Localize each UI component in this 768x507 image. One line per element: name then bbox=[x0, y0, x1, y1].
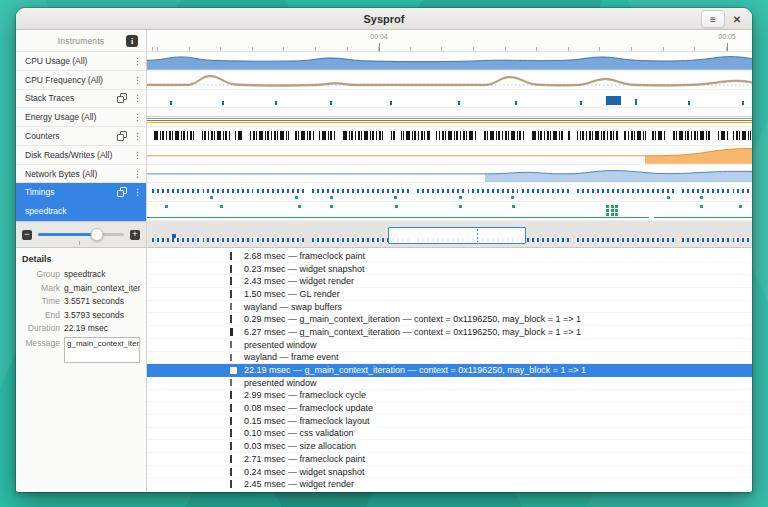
stack-sample-tick bbox=[515, 101, 517, 105]
detail-label: Time bbox=[22, 296, 64, 306]
detail-value: 22.19 msec bbox=[64, 323, 108, 333]
event-row[interactable]: 0.10 msec — css validation bbox=[147, 428, 752, 441]
info-button[interactable]: i bbox=[126, 35, 138, 47]
event-row[interactable]: 22.19 msec — g_main_context_iteration — … bbox=[147, 364, 752, 377]
timings-chart[interactable] bbox=[147, 183, 752, 202]
message-label: Message bbox=[22, 338, 64, 348]
event-list: 2.68 msec — frameclock paint 0.23 msec —… bbox=[147, 248, 752, 491]
event-text: wayland — frame event bbox=[244, 352, 339, 362]
detail-label: Duration bbox=[22, 323, 64, 333]
kebab-menu-icon[interactable]: ⋮ bbox=[133, 56, 141, 66]
kebab-menu-icon[interactable]: ⋮ bbox=[133, 187, 141, 197]
ruler-time-label: 00:05 bbox=[718, 33, 736, 40]
kebab-menu-icon[interactable]: ⋮ bbox=[133, 75, 141, 85]
event-row[interactable]: 0.23 msec — widget snapshot bbox=[147, 263, 752, 276]
hamburger-icon: ≡ bbox=[710, 14, 716, 25]
duration-bar bbox=[230, 341, 244, 348]
stack-sample-block bbox=[606, 96, 621, 105]
scrubber-selection[interactable] bbox=[388, 227, 526, 244]
duration-bar bbox=[230, 367, 244, 374]
event-row[interactable]: 2.43 msec — widget render bbox=[147, 275, 752, 288]
energy-usage-chart[interactable] bbox=[147, 108, 752, 127]
duration-bar bbox=[230, 315, 244, 323]
kebab-menu-icon[interactable]: ⋮ bbox=[133, 150, 141, 160]
kebab-menu-icon[interactable]: ⋮ bbox=[133, 112, 141, 122]
event-row[interactable]: presented window bbox=[147, 377, 752, 390]
kebab-menu-icon[interactable]: ⋮ bbox=[133, 131, 141, 141]
sidebar-item-speedtrack[interactable]: speedtrack bbox=[16, 202, 146, 221]
instrument-label: Timings bbox=[25, 187, 117, 197]
stack-sample-tick bbox=[170, 101, 172, 105]
sidebar-item-cpu-usage[interactable]: CPU Usage (All) ⋮ bbox=[16, 52, 146, 71]
event-row[interactable]: 0.08 msec — frameclock update bbox=[147, 402, 752, 415]
detail-field: Mark g_main_context_itera… bbox=[22, 283, 140, 293]
event-text: presented window bbox=[244, 378, 317, 388]
message-textbox[interactable]: g_main_context_iteratio bbox=[64, 337, 140, 363]
counters-chart[interactable] bbox=[147, 127, 752, 146]
event-text: 2.43 msec — widget render bbox=[244, 276, 354, 286]
titlebar[interactable]: Sysprof ≡ ✕ bbox=[16, 8, 752, 30]
timeline-scrubber[interactable] bbox=[147, 221, 752, 248]
close-button[interactable]: ✕ bbox=[729, 11, 745, 27]
sidebar-item-timings[interactable]: Timings ⋮ bbox=[16, 183, 146, 202]
message-field: Message g_main_context_iteratio bbox=[22, 337, 140, 363]
close-icon: ✕ bbox=[733, 14, 741, 25]
kebab-menu-icon[interactable]: ⋮ bbox=[133, 169, 141, 179]
speedtrack-cluster-dot bbox=[606, 209, 609, 212]
event-row[interactable]: wayland — frame event bbox=[147, 352, 752, 365]
zoom-slider-handle[interactable] bbox=[91, 228, 104, 241]
hamburger-menu-button[interactable]: ≡ bbox=[701, 10, 725, 28]
sidebar-item-energy-usage[interactable]: Energy Usage (All) ⋮ bbox=[16, 108, 146, 127]
speedtrack-cluster-dot bbox=[611, 213, 614, 216]
stack-traces-chart[interactable] bbox=[147, 90, 752, 109]
event-row[interactable]: 1.50 msec — GL render bbox=[147, 288, 752, 301]
timing-mark-dot bbox=[459, 196, 462, 199]
cpu-usage-chart[interactable] bbox=[147, 52, 752, 71]
sidebar-item-stack-traces[interactable]: Stack Traces ⋮ bbox=[16, 90, 146, 109]
sidebar-item-disk-reads-writes[interactable]: Disk Reads/Writes (All) ⋮ bbox=[16, 146, 146, 165]
energy-line-orange bbox=[147, 120, 752, 121]
speedtrack-baseline-2 bbox=[654, 217, 752, 219]
zoom-out-button[interactable]: − bbox=[22, 230, 32, 240]
event-text: 0.10 msec — css validation bbox=[244, 428, 354, 438]
instrument-label: CPU Usage (All) bbox=[25, 56, 133, 66]
time-ruler[interactable]: 00:0400:05 bbox=[147, 30, 752, 52]
ruler-major-tick bbox=[727, 43, 728, 51]
cpu-frequency-chart[interactable] bbox=[147, 71, 752, 90]
event-row[interactable]: 2.99 msec — frameclock cycle bbox=[147, 390, 752, 403]
event-row[interactable]: 6.27 msec — g_main_context_iteration — c… bbox=[147, 326, 752, 339]
stack-sample-tick bbox=[688, 101, 690, 105]
sidebar-item-cpu-frequency[interactable]: CPU Frequency (All) ⋮ bbox=[16, 71, 146, 90]
speedtrack-cluster-dot bbox=[615, 205, 618, 208]
duration-bar bbox=[230, 480, 244, 488]
event-row[interactable]: 0.03 msec — size allocation bbox=[147, 440, 752, 453]
sidebar-item-network-bytes[interactable]: Network Bytes (All) ⋮ bbox=[16, 165, 146, 184]
event-row[interactable]: 2.45 msec — widget render bbox=[147, 478, 752, 491]
duration-bar bbox=[230, 252, 244, 260]
event-row[interactable]: presented window bbox=[147, 339, 752, 352]
network-chart[interactable] bbox=[147, 165, 752, 184]
duration-bar bbox=[230, 303, 244, 310]
copy-icon bbox=[117, 131, 129, 141]
chart-rows bbox=[147, 52, 752, 221]
detail-value: 3.5793 seconds bbox=[64, 310, 124, 320]
duration-bar bbox=[230, 417, 244, 425]
timing-mark-dot bbox=[700, 196, 703, 199]
sidebar-item-counters[interactable]: Counters ⋮ bbox=[16, 127, 146, 146]
event-row[interactable]: 2.68 msec — frameclock paint bbox=[147, 250, 752, 263]
plus-icon: + bbox=[132, 229, 137, 239]
kebab-menu-icon[interactable]: ⋮ bbox=[133, 93, 141, 103]
event-text: presented window bbox=[244, 340, 317, 350]
timing-mark-dot bbox=[511, 196, 514, 199]
speedtrack-chart[interactable] bbox=[147, 202, 752, 221]
timing-mark-dot bbox=[210, 196, 213, 199]
zoom-slider[interactable] bbox=[38, 233, 124, 236]
event-row[interactable]: 0.15 msec — frameclock layout bbox=[147, 415, 752, 428]
event-row[interactable]: 0.29 msec — g_main_context_iteration — c… bbox=[147, 313, 752, 326]
zoom-in-button[interactable]: + bbox=[130, 230, 140, 240]
event-row[interactable]: wayland — swap buffers bbox=[147, 301, 752, 314]
detail-field: Duration 22.19 msec bbox=[22, 323, 140, 333]
disk-chart[interactable] bbox=[147, 146, 752, 165]
event-row[interactable]: 0.24 msec — widget snapshot bbox=[147, 466, 752, 479]
event-row[interactable]: 2.71 msec — frameclock paint bbox=[147, 453, 752, 466]
